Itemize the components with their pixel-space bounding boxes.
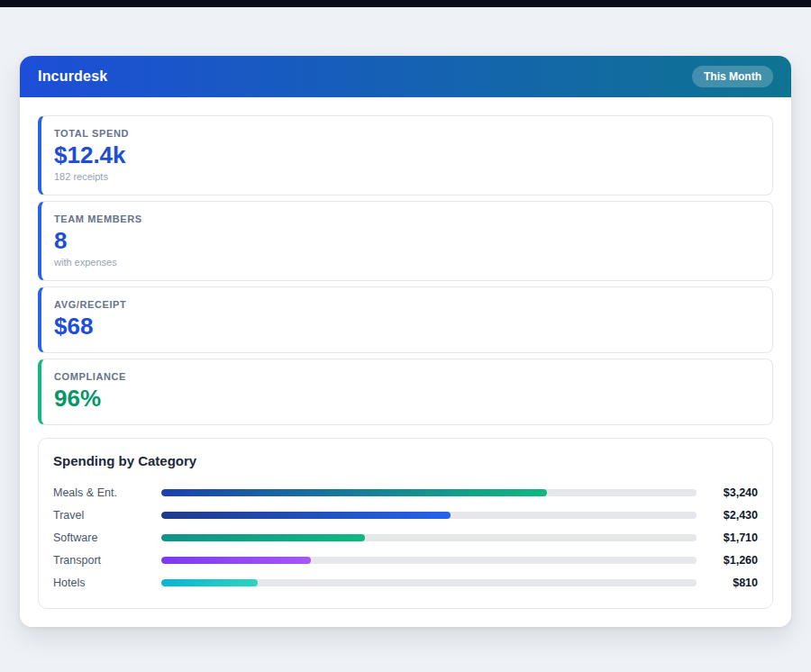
chart-row-software: Software $1,710 xyxy=(53,526,758,549)
bar-fill-software xyxy=(161,534,365,541)
bar-fill-travel xyxy=(161,512,451,519)
chart-row-meals: Meals & Ent. $3,240 xyxy=(53,481,758,504)
app-card: Incurdesk This Month TOTAL SPEND $12.4k … xyxy=(20,56,791,627)
stat-label: COMPLIANCE xyxy=(54,370,760,384)
stat-label: TEAM MEMBERS xyxy=(54,213,760,226)
stat-value: $12.4k xyxy=(54,141,760,170)
chart-row-travel: Travel $2,430 xyxy=(53,504,758,526)
app-main: TOTAL SPEND $12.4k 182 receipts TEAM MEM… xyxy=(20,97,791,627)
category-label: Meals & Ent. xyxy=(53,486,161,499)
bar-track xyxy=(161,512,697,519)
app-header: Incurdesk This Month xyxy=(20,56,791,97)
stat-sub: with expenses xyxy=(54,256,760,269)
period-badge[interactable]: This Month xyxy=(692,66,773,87)
stat-card-compliance: COMPLIANCE 96% xyxy=(38,359,773,425)
bar-fill-meals xyxy=(161,489,547,496)
app-title: Incurdesk xyxy=(38,68,107,85)
bar-track xyxy=(161,557,697,564)
chart-row-hotels: Hotels $810 xyxy=(53,571,758,594)
spending-by-category-card: Spending by Category Meals & Ent. $3,240… xyxy=(38,438,773,609)
stat-value: 8 xyxy=(54,226,760,256)
bar-track xyxy=(161,534,697,541)
category-value: $2,430 xyxy=(706,509,758,522)
bar-track xyxy=(161,579,697,586)
category-label: Software xyxy=(53,531,161,544)
bar-fill-hotels xyxy=(161,579,258,586)
category-value: $1,710 xyxy=(706,531,758,544)
category-value: $1,260 xyxy=(706,554,758,567)
top-strip xyxy=(0,0,811,7)
stat-card-total-spend: TOTAL SPEND $12.4k 182 receipts xyxy=(38,115,773,195)
stat-label: TOTAL SPEND xyxy=(54,127,760,141)
category-label: Travel xyxy=(53,509,161,522)
chart-title: Spending by Category xyxy=(53,453,758,468)
stat-label: AVG/RECEIPT xyxy=(54,298,760,312)
category-label: Transport xyxy=(53,554,161,567)
chart-row-transport: Transport $1,260 xyxy=(53,549,758,571)
bar-track xyxy=(161,489,697,496)
stat-card-team-members: TEAM MEMBERS 8 with expenses xyxy=(38,201,773,281)
stat-card-avg-receipt: AVG/RECEIPT $68 xyxy=(38,286,773,353)
stat-value: 96% xyxy=(54,384,760,413)
stat-sub: 182 receipts xyxy=(54,170,760,184)
stat-value: $68 xyxy=(54,312,760,341)
bar-fill-transport xyxy=(161,557,311,564)
category-value: $3,240 xyxy=(706,486,758,499)
category-label: Hotels xyxy=(53,577,161,589)
category-value: $810 xyxy=(706,577,758,589)
